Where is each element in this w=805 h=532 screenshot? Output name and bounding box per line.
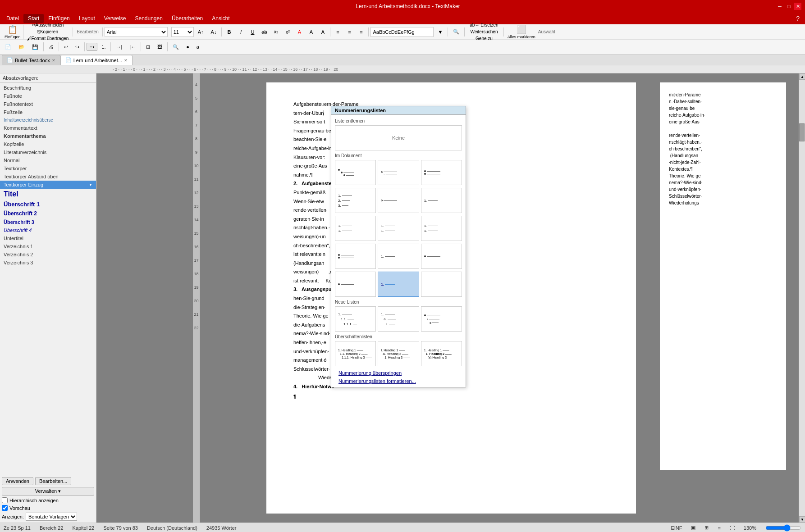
save-btn[interactable]: 💾 [29, 43, 41, 51]
list-opt-new1[interactable]: 1. 1.1. 1.1.1. [335, 306, 376, 332]
anzeigen-select[interactable]: Benutzte Vorlagen [26, 513, 77, 521]
outdent-btn[interactable]: |← [126, 43, 139, 51]
heading-opt-1[interactable]: 1. Heading 1 —— 1.1. Heading 2 —— 1.1.1.… [335, 341, 376, 366]
sidebar-item-textkoerper-abstand[interactable]: Textkörper Abstand oben [0, 173, 96, 181]
menu-ueberarbeiten[interactable]: Überarbeiten [167, 14, 207, 23]
menu-sendungen[interactable]: Sendungen [130, 14, 167, 23]
strikethrough-button[interactable]: ab [259, 27, 270, 37]
tab-lern[interactable]: 📄 Lern-und Arbeitsmet... ✕ [60, 55, 133, 65]
list-opt-13[interactable] [335, 272, 376, 297]
font-size-select[interactable]: 11 [171, 27, 194, 37]
new-btn[interactable]: 📄 [2, 43, 14, 51]
skip-numbering-link[interactable]: Nummerierung überspringen [335, 369, 462, 377]
align-right[interactable]: ≡ [356, 27, 366, 37]
list-opt-10[interactable] [335, 244, 376, 269]
ersetzen-button[interactable]: ab↔ Ersetzen [467, 22, 501, 28]
search-icon-btn[interactable]: 🔍 [169, 43, 182, 51]
sidebar-item-inhalts[interactable]: Inhaltsverzeichnisübersc [0, 116, 96, 124]
sidebar-item-kopfzeile[interactable]: Kopfzeile [0, 140, 96, 148]
status-view-web[interactable]: ⊞ [704, 525, 709, 531]
menu-verweise[interactable]: Verweise [100, 14, 131, 23]
print-btn[interactable]: 🖨 [46, 43, 57, 51]
sidebar-item-uberschrift3[interactable]: Überschrift 3 [0, 218, 96, 226]
font-size-direct[interactable]: A [317, 27, 328, 37]
list-opt-3[interactable] [421, 160, 462, 185]
sidebar-item-literatur[interactable]: Literaturverzeichnis [0, 148, 96, 156]
status-view-outline[interactable]: ≡ [718, 525, 720, 531]
sidebar-item-normal[interactable]: Normal [0, 156, 96, 164]
redo-btn[interactable]: ↪ [72, 43, 82, 51]
zoom-slider[interactable] [765, 525, 801, 531]
sidebar-item-beschriftung[interactable]: Beschriftung [0, 84, 96, 92]
sidebar-item-uberschrift2[interactable]: Überschrift 2 [0, 209, 96, 218]
font-size-down[interactable]: A↓ [208, 28, 220, 36]
undo-btn[interactable]: ↩ [61, 43, 71, 51]
font-color-button[interactable]: A [294, 27, 305, 37]
bearbeiten-button[interactable]: Bearbeiten... [35, 477, 71, 485]
image-btn[interactable]: 🖼 [154, 43, 165, 51]
italic-button[interactable]: I [235, 27, 246, 37]
underline-button[interactable]: U [247, 27, 258, 37]
list-opt-2[interactable] [378, 160, 419, 185]
list-opt-8[interactable]: 1. 1. [378, 216, 419, 241]
sidebar-item-verzeichnis3[interactable]: Verzeichnis 3 [0, 259, 96, 267]
list-opt-1[interactable] [335, 160, 376, 185]
verwalten-button[interactable]: Verwalten ▾ [2, 487, 94, 496]
list-opt-6[interactable]: 1. [421, 188, 462, 213]
font-size-up[interactable]: A↑ [195, 28, 207, 36]
none-option[interactable]: Keine [335, 125, 462, 150]
list-opt-11[interactable]: 1. [378, 244, 419, 269]
list-opt-7[interactable]: 1. 1. [335, 216, 376, 241]
list-opt-12[interactable] [421, 244, 462, 269]
menu-datei[interactable]: Datei [2, 14, 23, 23]
search-button[interactable]: 🔍 [450, 27, 462, 36]
sidebar-item-kommentartext[interactable]: Kommentartext [0, 124, 96, 132]
list-opt-9[interactable]: 1. 1. [421, 216, 462, 241]
tab-lern-close[interactable]: ✕ [124, 58, 128, 63]
open-btn[interactable]: 📂 [15, 43, 28, 51]
sidebar-item-fussnote[interactable]: Fußnote [0, 92, 96, 100]
sidebar-item-titel[interactable]: Titel [0, 189, 96, 200]
weitersuchen-button[interactable]: Weitersuchen [467, 29, 501, 35]
gehe-zu-button[interactable]: Gehe zu [467, 36, 501, 42]
list-opt-5[interactable] [378, 188, 419, 213]
vertical-scrollbar[interactable]: ▲ ▼ [799, 73, 805, 523]
sidebar-item-uberschrift4[interactable]: Überschrift 4 [0, 226, 96, 234]
list-opt-new3[interactable]: › [421, 306, 462, 332]
list-opt-14-selected[interactable]: 1. [378, 272, 419, 297]
vorschau-checkbox[interactable] [2, 505, 8, 511]
anwenden-button[interactable]: Anwenden [2, 477, 33, 485]
scroll-track[interactable] [799, 80, 805, 516]
scroll-down-btn[interactable]: ▼ [799, 516, 805, 523]
list-bullet-btn[interactable]: ≡• [87, 43, 97, 51]
highlight-button[interactable]: A [306, 27, 316, 37]
list-opt-4[interactable]: 1. 2. 3. [335, 188, 376, 213]
sidebar-item-verzeichnis2[interactable]: Verzeichnis 2 [0, 250, 96, 259]
sidebar-item-untertitel[interactable]: Untertitel [0, 234, 96, 242]
align-center[interactable]: ≡ [344, 27, 355, 37]
sidebar-item-textkoerper-einzug[interactable]: Textkörper Einzug ▼ [0, 181, 96, 189]
scroll-thumb[interactable] [799, 123, 805, 141]
format-list-link[interactable]: Nummerierungslisten formatieren... [335, 377, 462, 385]
heading-opt-3[interactable]: 1. Heading 1 —— 1. Heading 2 —— (a) Head… [421, 341, 462, 366]
align-left[interactable]: ≡ [332, 27, 343, 37]
maximize-button[interactable]: □ [785, 3, 792, 10]
copy-button[interactable]: ⎘ Kopieren [25, 29, 71, 35]
hierarchisch-checkbox[interactable] [2, 497, 8, 503]
sidebar-item-uberschrift1[interactable]: Überschrift 1 [0, 200, 96, 209]
sidebar-item-verzeichnis1[interactable]: Verzeichnis 1 [0, 242, 96, 250]
list-opt-new2[interactable]: 1. a. i. [378, 306, 419, 332]
style-dropdown[interactable]: ▼ [435, 28, 446, 36]
table-btn[interactable]: ⊞ [143, 43, 153, 51]
font-select[interactable]: Arial [105, 27, 168, 37]
sidebar-item-kommentarthema[interactable]: Kommentarthema [0, 132, 96, 140]
format-button[interactable]: 🖌 Format übertragen [25, 36, 71, 42]
bold-button[interactable]: B [224, 27, 234, 37]
letter-btn[interactable]: a [193, 43, 202, 51]
subscript-button[interactable]: x₂ [270, 27, 281, 37]
close-button[interactable]: ✕ [794, 3, 801, 10]
sidebar-item-fusszeile[interactable]: Fußzeile [0, 108, 96, 116]
sidebar-item-fussnotetext[interactable]: Fußnotentext [0, 100, 96, 108]
indent-btn[interactable]: →| [113, 43, 125, 51]
list-opt-15[interactable] [421, 272, 462, 297]
